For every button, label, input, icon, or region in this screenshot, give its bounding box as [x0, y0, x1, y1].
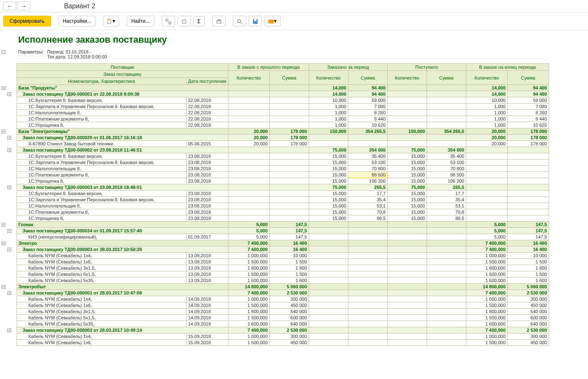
table-row[interactable]: Х-67890 Стинол Завод бытовой техники,05.… [0, 141, 549, 147]
table-row[interactable]: Кабель NYM (Севкабель) 1х6,15.09.20181 5… [0, 340, 549, 346]
cell-value[interactable] [427, 141, 466, 147]
cell-value[interactable]: 20,000 [228, 128, 269, 135]
collapse-icon[interactable] [178, 16, 191, 26]
table-row[interactable]: 1С:Платежные документы 8,23.08.201815,00… [0, 172, 549, 178]
cell-value[interactable]: 640 000 [269, 321, 309, 327]
cell-value[interactable] [466, 215, 507, 222]
cell-value[interactable]: 15,000 [387, 191, 427, 197]
cell-value[interactable] [228, 153, 269, 159]
cell-value[interactable]: 147,5 [507, 234, 549, 240]
cell-value[interactable]: 15,000 [309, 159, 348, 166]
cell-value[interactable]: 1 500,000 [466, 271, 507, 278]
cell-value[interactable] [427, 135, 466, 141]
cell-value[interactable]: 15,000 [387, 197, 427, 203]
cell-value[interactable]: 7 400,000 [228, 246, 269, 253]
cell-value[interactable]: 14 800,000 [466, 284, 507, 290]
cell-value[interactable] [427, 321, 466, 327]
cell-value[interactable]: 1 600 [269, 278, 309, 284]
row-toggle[interactable]: − [7, 186, 11, 189]
cell-value[interactable]: 20,000 [466, 135, 507, 141]
table-row[interactable]: −Заказ поставщику ТД00-000002 от 23.08.2… [0, 147, 549, 153]
cell-value[interactable] [507, 172, 549, 178]
cell-value[interactable]: 5,000 [228, 228, 269, 234]
cell-value[interactable]: 450 000 [269, 302, 309, 309]
cell-value[interactable]: 15,000 [387, 166, 427, 172]
table-row[interactable]: Кабель NYM (Севкабель) 5х1,5,13.09.20181… [0, 271, 549, 278]
cell-value[interactable] [427, 290, 466, 296]
cell-value[interactable]: 1 500 [269, 271, 309, 278]
cell-value[interactable]: 75,000 [309, 184, 348, 191]
cell-value[interactable] [387, 315, 427, 321]
cell-value[interactable] [228, 178, 269, 184]
cell-value[interactable]: 265,5 [427, 184, 466, 191]
table-row[interactable]: −База "Продукты"14,00094 40014,00094 400 [0, 85, 549, 91]
cell-value[interactable]: 1 000,000 [466, 253, 507, 259]
cell-value[interactable] [309, 246, 348, 253]
cell-value[interactable] [387, 222, 427, 228]
cell-value[interactable] [228, 166, 269, 172]
cell-value[interactable] [507, 178, 549, 184]
cell-value[interactable] [309, 135, 348, 141]
cell-value[interactable] [507, 184, 549, 191]
cell-value[interactable]: 640 000 [507, 321, 549, 327]
cell-value[interactable] [507, 197, 549, 203]
cell-value[interactable] [228, 159, 269, 166]
cell-value[interactable]: 16 400 [269, 246, 309, 253]
cell-value[interactable]: 1,000 [309, 122, 348, 128]
cell-value[interactable]: 10,000 [466, 97, 507, 104]
cell-value[interactable] [269, 184, 309, 191]
cell-value[interactable] [427, 116, 466, 122]
cell-value[interactable]: 16 400 [507, 246, 549, 253]
cell-value[interactable] [309, 259, 348, 265]
cell-value[interactable]: 147,5 [269, 222, 309, 228]
cell-value[interactable] [427, 253, 466, 259]
cell-value[interactable]: 53,1 [427, 203, 466, 209]
table-row[interactable]: 1С:Зарплата и Управление Персоналом 8. Б… [0, 197, 549, 203]
cell-value[interactable]: 540 000 [269, 309, 309, 315]
cell-value[interactable] [387, 309, 427, 315]
forward-button[interactable]: → [17, 2, 30, 10]
cell-value[interactable] [427, 327, 466, 333]
cell-value[interactable] [269, 104, 309, 110]
cell-value[interactable]: 1 500,000 [228, 340, 269, 346]
cell-value[interactable] [309, 240, 348, 246]
cell-value[interactable]: 540 000 [507, 309, 549, 315]
table-row[interactable]: Кабель NYM (Севкабель) 5х35,14.09.20181 … [0, 321, 549, 327]
cell-value[interactable]: 1 000,000 [228, 296, 269, 302]
cell-value[interactable] [348, 253, 387, 259]
table-row[interactable]: 1С:Упрощенка 8,22.08.20181,00010 6201,00… [0, 122, 549, 128]
cell-value[interactable]: 70,8 [348, 209, 387, 215]
cell-value[interactable]: 88,5 [348, 215, 387, 222]
cell-value[interactable]: 1 800,000 [228, 265, 269, 271]
cell-value[interactable]: 94 400 [507, 85, 549, 91]
cell-value[interactable]: 1 600,000 [466, 278, 507, 284]
cell-value[interactable]: 1 500,000 [228, 315, 269, 321]
cell-value[interactable] [269, 97, 309, 104]
cell-value[interactable]: 15,000 [387, 203, 427, 209]
cell-value[interactable]: 94 400 [348, 85, 387, 91]
cell-value[interactable] [309, 284, 348, 290]
cell-value[interactable]: 15,000 [387, 153, 427, 159]
cell-value[interactable]: 14,000 [466, 85, 507, 91]
cell-value[interactable] [387, 135, 427, 141]
row-toggle[interactable]: − [2, 130, 5, 133]
cell-value[interactable]: 20,000 [228, 141, 269, 147]
cell-value[interactable] [348, 222, 387, 228]
cell-value[interactable] [269, 116, 309, 122]
paste-icon[interactable]: ▾ [103, 16, 119, 26]
cell-value[interactable] [309, 290, 348, 296]
cell-value[interactable] [228, 97, 269, 104]
cell-value[interactable]: 1 800 [269, 265, 309, 271]
cell-value[interactable] [427, 240, 466, 246]
table-row[interactable]: −Электробыт14 800,0005 060 00014 800,000… [0, 284, 549, 290]
cell-value[interactable] [228, 203, 269, 209]
cell-value[interactable]: 354 265,5 [427, 128, 466, 135]
cell-value[interactable]: 15,000 [309, 215, 348, 222]
cell-value[interactable]: 1 800,000 [228, 309, 269, 315]
cell-value[interactable]: 150,000 [309, 128, 348, 135]
cell-value[interactable] [387, 278, 427, 284]
cell-value[interactable] [348, 290, 387, 296]
cell-value[interactable] [387, 271, 427, 278]
cell-value[interactable] [269, 122, 309, 128]
cell-value[interactable]: 1,000 [466, 116, 507, 122]
